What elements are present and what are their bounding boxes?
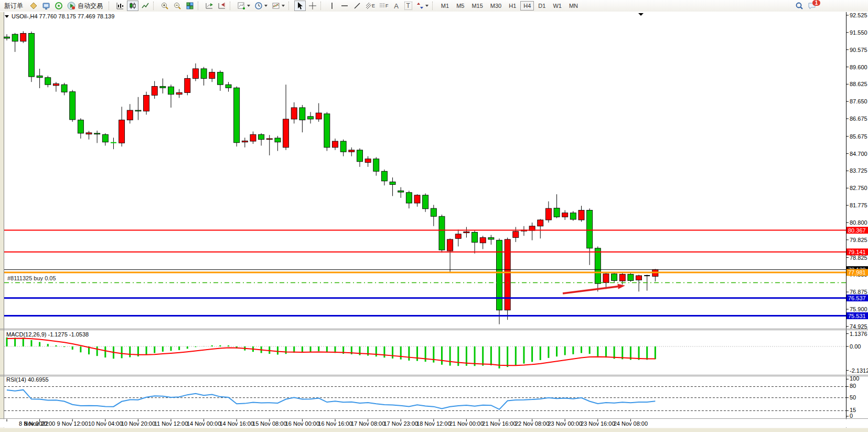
dropdown-arrow-icon [425, 5, 428, 7]
timeframe-button-h1[interactable]: H1 [506, 1, 519, 10]
time-axis: 8 Nov 20228 Nov 20:009 Nov 12:0010 Nov 0… [0, 419, 868, 428]
time-axis-label: 17 Nov 23:00 [383, 420, 417, 427]
channel-tool-sub-label: E [372, 3, 375, 8]
navigator-signal-icon[interactable] [53, 1, 65, 11]
svg-text:87.650: 87.650 [850, 98, 867, 104]
template-button[interactable] [270, 1, 286, 11]
svg-text:0: 0 [850, 413, 853, 419]
svg-text:100: 100 [850, 375, 859, 382]
time-axis-label: 23 Nov 16:00 [581, 420, 615, 427]
svg-text:81.775: 81.775 [850, 202, 867, 208]
svg-text:82.750: 82.750 [850, 185, 867, 191]
time-axis-label: 24 Nov 08:00 [614, 420, 648, 427]
auto-trading-label: 自动交易 [76, 2, 105, 10]
new-chart-button[interactable] [235, 1, 252, 11]
svg-text:50: 50 [850, 394, 856, 401]
dropdown-arrow-icon [264, 5, 267, 7]
auto-scroll-icon[interactable] [203, 1, 215, 11]
svg-text:-2.1312: -2.1312 [850, 367, 868, 374]
svg-text:0.00: 0.00 [850, 343, 861, 350]
timeframe-button-h4[interactable]: H4 [520, 1, 534, 10]
time-axis-label: 18 Nov 12:00 [416, 420, 451, 427]
svg-text:75.531: 75.531 [848, 313, 866, 319]
fibonacci-tool-sub-label: F [385, 3, 389, 8]
dropdown-arrow-icon [282, 5, 285, 7]
timeframe-button-m5[interactable]: M5 [453, 1, 467, 10]
cursor-tool-button[interactable] [294, 1, 306, 11]
zoom-out-icon[interactable] [172, 1, 183, 11]
svg-text:90.575: 90.575 [850, 47, 867, 53]
label-tool-label: T [404, 2, 412, 10]
chart-shift-icon[interactable] [216, 1, 228, 11]
dropdown-arrow-icon [247, 5, 250, 7]
svg-text:86.675: 86.675 [850, 115, 867, 122]
svg-text:79.141: 79.141 [848, 249, 866, 255]
timeframe-button-m1[interactable]: M1 [438, 1, 452, 10]
svg-text:92.525: 92.525 [850, 12, 867, 18]
svg-text:89.600: 89.600 [850, 64, 867, 70]
text-tool-label: A [394, 2, 399, 10]
macd-label: MACD(12,26,9) -1.1275 -1.0538 [6, 331, 89, 338]
chart-canvas[interactable]: #8111325 buy 0.05USOil-,H4 77.760 78.175… [0, 12, 868, 432]
timeframe-button-mn[interactable]: MN [566, 1, 581, 10]
time-axis-label: 15 Nov 08:00 [252, 420, 286, 427]
time-axis-label: 16 Nov 16:00 [318, 420, 352, 427]
time-axis-label: 10 Nov 04:00 [88, 420, 122, 427]
svg-text:80.367: 80.367 [848, 227, 866, 234]
fibonacci-tool-button[interactable]: F [378, 1, 390, 11]
timeframe-button-m30[interactable]: M30 [487, 1, 505, 10]
channel-tool-button[interactable]: E [364, 1, 377, 11]
time-axis-label: 9 Nov 12:00 [57, 420, 88, 427]
tile-windows-icon[interactable] [184, 1, 196, 11]
svg-text:76.537: 76.537 [848, 295, 866, 301]
chart-title: USOil-,H4 77.760 78.175 77.469 78.139 [12, 13, 114, 19]
bar-chart-type-button[interactable] [114, 1, 126, 11]
toolbar-right-group: 1 [793, 1, 818, 11]
svg-text:75.900: 75.900 [850, 306, 867, 312]
svg-text:88.625: 88.625 [850, 81, 867, 87]
trendline-tool-button[interactable] [351, 1, 363, 11]
notifications-chat-icon[interactable]: 1 [806, 1, 818, 11]
svg-text:76.875: 76.875 [850, 289, 867, 295]
horizontal-line-tool-button[interactable] [339, 1, 350, 11]
shapes-tool-button[interactable] [415, 1, 430, 11]
timeframe-button-d1[interactable]: D1 [535, 1, 549, 10]
time-axis-label: 14 Nov 16:00 [219, 420, 253, 427]
time-axis-label: 14 Nov 00:00 [187, 420, 221, 427]
crosshair-tool-button[interactable] [307, 1, 318, 11]
toolbar-separator [288, 2, 292, 10]
time-axis-label: 11 Nov 12:00 [154, 420, 188, 427]
search-icon[interactable] [794, 1, 805, 11]
timeframe-button-m15[interactable]: M15 [468, 1, 486, 10]
time-axis-label: 21 Nov 16:00 [482, 420, 516, 427]
toolbar-separator [109, 2, 112, 10]
svg-text:1.1376: 1.1376 [850, 331, 867, 337]
svg-text:85.675: 85.675 [850, 133, 867, 140]
terminal-window: 新订单 自动交易 [0, 0, 868, 432]
time-axis-label: 8 Nov 20:00 [24, 420, 55, 427]
vertical-line-tool-button[interactable] [326, 1, 338, 11]
toolbar-separator [198, 2, 201, 10]
period-clock-button[interactable] [253, 1, 269, 11]
line-chart-type-button[interactable] [140, 1, 151, 11]
auto-trading-button[interactable]: 自动交易 [66, 1, 106, 11]
market-watch-icon[interactable] [28, 1, 39, 11]
rsi-label: RSI(14) 40.6955 [6, 376, 49, 383]
time-axis-label: 22 Nov 08:00 [515, 420, 549, 427]
svg-text:77.981: 77.981 [848, 269, 866, 276]
new-order-button[interactable]: 新订单 [1, 1, 27, 11]
svg-text:84.700: 84.700 [850, 151, 867, 157]
toolbar: 新订单 自动交易 [0, 0, 868, 12]
notification-badge: 1 [812, 0, 820, 6]
label-tool-button[interactable]: T [403, 1, 414, 11]
chart-window: #8111325 buy 0.05USOil-,H4 77.760 78.175… [0, 12, 868, 432]
timeframe-button-w1[interactable]: W1 [550, 1, 565, 10]
text-tool-button[interactable]: A [391, 1, 402, 11]
svg-text:83.725: 83.725 [850, 167, 867, 174]
toolbar-separator [153, 2, 157, 10]
zoom-in-icon[interactable] [159, 1, 170, 11]
time-axis-label: 16 Nov 00:00 [285, 420, 319, 427]
time-axis-label: 21 Nov 00:00 [449, 420, 484, 427]
data-window-icon[interactable] [40, 1, 52, 11]
candle-chart-type-button[interactable] [127, 1, 138, 11]
